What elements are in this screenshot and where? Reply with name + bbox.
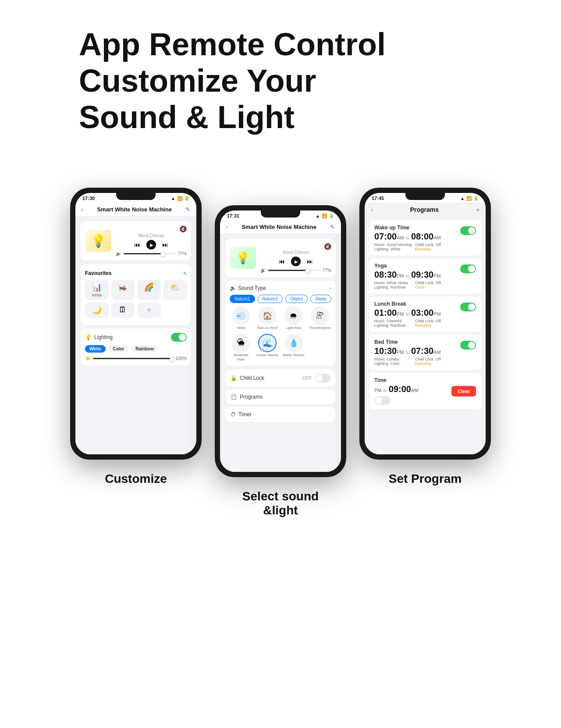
- phone2-volume-fill: [268, 270, 308, 271]
- program-bedtime-end-ampm: AM: [433, 350, 441, 355]
- sound-rain-roof[interactable]: 🏠 Rain on Roof: [256, 307, 279, 330]
- fav-add-btn[interactable]: +: [137, 303, 161, 318]
- program-wakeup-right-details: Child Lock: Off Everyday: [415, 243, 441, 251]
- program-wakeup-toggle[interactable]: [460, 226, 476, 235]
- phone1-edit-btn[interactable]: ✎: [185, 206, 190, 213]
- tab-nature1[interactable]: Nature1: [230, 295, 255, 303]
- color-btn-rainbow[interactable]: Rainbow: [131, 345, 158, 353]
- phone2-notch: [261, 211, 300, 218]
- phone3-time: 17:45: [372, 196, 384, 201]
- phone2-back-btn[interactable]: ‹: [226, 224, 228, 230]
- phone2-prev-icon[interactable]: ⏮: [279, 258, 285, 265]
- brightness-slider[interactable]: [93, 358, 173, 359]
- phone2-status-icons: ▲ 📶 🔋: [316, 214, 334, 218]
- program-time-toggle[interactable]: [374, 396, 390, 405]
- program-bedtime-title: Bed Time: [374, 339, 441, 345]
- sound-ocean-waves[interactable]: 🌊 Ocean Waves: [256, 334, 279, 361]
- brightness-fill: [93, 358, 173, 359]
- tab-nature2[interactable]: Nature2: [258, 295, 283, 303]
- program-time-info: Time PM to 09:00 AM: [374, 377, 419, 405]
- phone1-fav-edit[interactable]: ✎: [183, 271, 187, 276]
- battery-icon2: 🔋: [329, 214, 334, 218]
- program-wakeup-music: Music: Good Morning: [374, 243, 412, 247]
- next-icon[interactable]: ⏭: [162, 241, 168, 248]
- sound-water-stream[interactable]: 💧 Water Stream: [282, 334, 305, 361]
- light-rain-label: Light Rain: [286, 326, 302, 330]
- fav-item-4[interactable]: 🌙: [85, 303, 109, 318]
- phone2-play-btn[interactable]: ▶: [291, 257, 301, 266]
- phone3-add-btn[interactable]: +: [476, 207, 479, 213]
- phone2-next-icon[interactable]: ⏭: [307, 258, 313, 265]
- moderate-rain-label: Moderate Rain: [230, 353, 252, 361]
- phone1-mute-icon[interactable]: 🔇: [179, 225, 187, 232]
- phone2-caption-line1: Select sound: [242, 489, 319, 503]
- phone3-back-btn[interactable]: ‹: [371, 207, 373, 213]
- timer-text: Timer: [238, 411, 252, 418]
- program-lunch: Lunch Break 01:00 PM to 03:00 PM: [369, 296, 481, 332]
- sound-thunderstorm[interactable]: ⛈ Thunderstorm: [309, 307, 331, 330]
- fav-icon-5: 🗓: [119, 305, 127, 314]
- tab-object[interactable]: Object: [285, 295, 308, 303]
- play-icon: ▶: [150, 243, 153, 247]
- fav-item-0[interactable]: 📊 White: [85, 280, 109, 300]
- program-wakeup-start: 07:00: [374, 232, 397, 242]
- program-to-4: to: [383, 388, 387, 393]
- prev-icon[interactable]: ⏮: [134, 241, 140, 248]
- fav-item-3[interactable]: ⛅: [163, 280, 187, 300]
- program-bedtime-music: Music: Lullaby: [374, 357, 400, 361]
- child-lock-label: 🔒 Child Lock: [231, 375, 264, 381]
- color-btn-color[interactable]: Color: [108, 345, 128, 353]
- sound-light-rain[interactable]: 🌧 Light Rain: [282, 307, 305, 330]
- phone2-child-lock: 🔒 Child Lock OFF: [225, 369, 336, 387]
- phone1-color-options: White Color Rainbow: [85, 345, 187, 353]
- volume-slider[interactable]: [124, 253, 175, 254]
- program-lunch-right-details: Child Lock: Off Everyday: [415, 319, 441, 328]
- child-lock-toggle[interactable]: [315, 374, 330, 382]
- sound-wind[interactable]: 💨 Wind: [230, 307, 252, 330]
- fav-icon-2: 🌈: [144, 282, 154, 292]
- phone1-device-card: 💡 🔇 Wind Chimes ⏮ ▶: [81, 221, 191, 261]
- program-yoga-end: 09:30: [411, 270, 433, 280]
- program-bedtime-left-details: Music: Lullaby Lighting: Color: [374, 357, 400, 366]
- phone1-lighting-toggle[interactable]: [171, 333, 187, 342]
- phone2-programs[interactable]: 📋 Programs ›: [225, 389, 336, 404]
- program-yoga-toggle[interactable]: [460, 264, 476, 273]
- color-btn-white[interactable]: White: [85, 345, 106, 353]
- sound-moderate-rain[interactable]: 🌦 Moderate Rain: [230, 334, 252, 361]
- brightness-icon: ☀️: [85, 356, 90, 361]
- programs-chevron: ›: [329, 395, 330, 400]
- phone2-mute-icon[interactable]: 🔇: [324, 243, 331, 250]
- phone2-playback: ⏮ ▶ ⏭: [260, 257, 331, 266]
- program-time-title: Time: [374, 377, 419, 383]
- timer-icon: ⏱: [231, 411, 236, 418]
- program-lunch-toggle[interactable]: [460, 303, 476, 311]
- rain-roof-icon-circle: 🏠: [258, 307, 277, 325]
- phone2-timer[interactable]: ⏱ Timer ›: [225, 407, 336, 422]
- phone2-volume-slider[interactable]: [268, 270, 320, 271]
- signal-icon2: 📶: [322, 214, 327, 218]
- phone1-playback: ⏮ ▶ ⏭: [116, 240, 187, 250]
- program-wakeup-end: 08:00: [411, 232, 433, 242]
- phone2-sound-type-label: 🔉 Sound Type: [230, 285, 266, 291]
- fav-icon-4: 🌙: [92, 305, 102, 315]
- program-bedtime-toggle[interactable]: [460, 341, 476, 350]
- tab-sleep[interactable]: Sleep: [310, 295, 331, 303]
- clear-btn[interactable]: Clear: [451, 386, 476, 396]
- fav-item-2[interactable]: 🌈: [137, 280, 161, 300]
- phone2-device-img: 💡: [230, 247, 256, 269]
- child-lock-right: OFF: [302, 374, 330, 382]
- phone1-navbar: ‹ Smart White Noise Machine ✎: [75, 203, 196, 217]
- fav-item-5[interactable]: 🗓: [111, 303, 135, 318]
- phone2-edit-btn[interactable]: ✎: [330, 224, 335, 230]
- program-yoga-left-details: Music: White Noise Lighting: Rainbow: [374, 281, 408, 289]
- phone1-nav-title: Smart White Noise Machine: [97, 206, 171, 213]
- program-bedtime-start: 10:30: [374, 346, 397, 356]
- phone2-col: 17:31 ▲ 📶 🔋 ‹ Smart White Noise Machine …: [215, 188, 346, 517]
- play-btn[interactable]: ▶: [146, 240, 156, 250]
- phone1-back-btn[interactable]: ‹: [82, 206, 83, 213]
- sound-icon: 🔉: [230, 285, 236, 291]
- program-yoga-lighting: Lighting: Rainbow: [374, 285, 408, 289]
- phone2-sound-type-row: 🔉 Sound Type ▾: [230, 285, 331, 291]
- fav-item-1[interactable]: 🦗: [111, 280, 135, 300]
- signal-icon: 📶: [177, 196, 182, 201]
